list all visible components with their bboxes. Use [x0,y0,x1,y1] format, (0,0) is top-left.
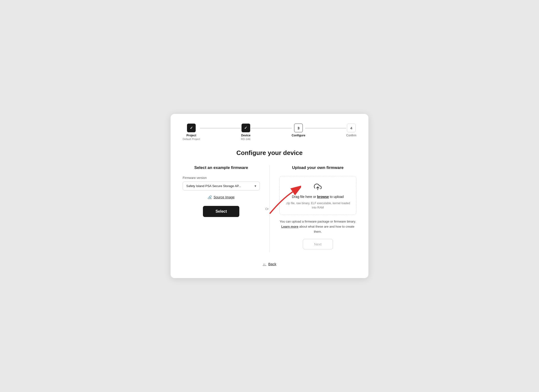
select-button[interactable]: Select [203,206,239,217]
connector-3-4 [305,128,346,128]
upload-hint: .zip file, raw binary, ELF executable, k… [284,201,352,210]
step-project-label: Project [187,134,196,137]
left-panel-title: Select an example firmware [183,165,260,170]
step-device-icon: ✓ [242,124,250,132]
learn-more-link[interactable]: Learn more [281,225,298,228]
connector-2-3 [251,128,292,128]
footer: ← Back [183,262,356,266]
step-configure-icon: 3 [294,124,303,132]
upload-description: You can upload a firmware package or fir… [279,219,357,234]
source-image-label: Source Image [214,195,235,199]
step-confirm: 4 Confirm [346,124,356,137]
arrow-left-icon: ← [263,262,266,266]
step-configure: 3 Configure [292,124,305,137]
step-project-sublabel: Default Project [183,138,200,140]
step-project-icon: ✓ [187,124,196,132]
back-label: Back [268,262,276,266]
source-image-link[interactable]: 🔗 Source Image [183,195,260,199]
right-panel-title: Upload your own firmware [279,165,357,170]
step-project: ✓ Project Default Project [183,124,200,140]
step-confirm-icon: 4 [347,124,356,132]
upload-drag-text: Drag file here or browse to upload [284,195,352,199]
step-device-label: Device [241,134,251,137]
step-device-sublabel: RD-1AE [241,138,251,140]
step-configure-label: Configure [292,134,305,137]
firmware-version-label: Firmware version [183,176,260,180]
upload-dropzone[interactable]: Drag file here or browse to upload .zip … [279,176,357,215]
firmware-select[interactable]: Safety Island PSA Secure Storage AP... [183,182,260,190]
browse-link[interactable]: browse [317,195,329,199]
page-title: Configure your device [183,149,356,157]
upload-icon [284,183,352,192]
back-link[interactable]: ← Back [263,262,276,266]
link-icon: 🔗 [208,195,212,199]
step-confirm-label: Confirm [346,134,356,137]
connector-1-2 [200,128,241,128]
right-panel: Or Upload your own firmware Drag file he… [270,165,357,252]
content-row: Select an example firmware Firmware vers… [183,165,356,252]
next-button[interactable]: Next [303,239,333,249]
left-panel: Select an example firmware Firmware vers… [183,165,270,252]
firmware-select-wrapper: Safety Island PSA Secure Storage AP... ▼ [183,182,260,190]
stepper: ✓ Project Default Project ✓ Device RD-1A… [183,124,356,140]
configure-modal: ✓ Project Default Project ✓ Device RD-1A… [171,114,368,278]
or-divider: Or [265,206,269,212]
step-device: ✓ Device RD-1AE [241,124,251,140]
